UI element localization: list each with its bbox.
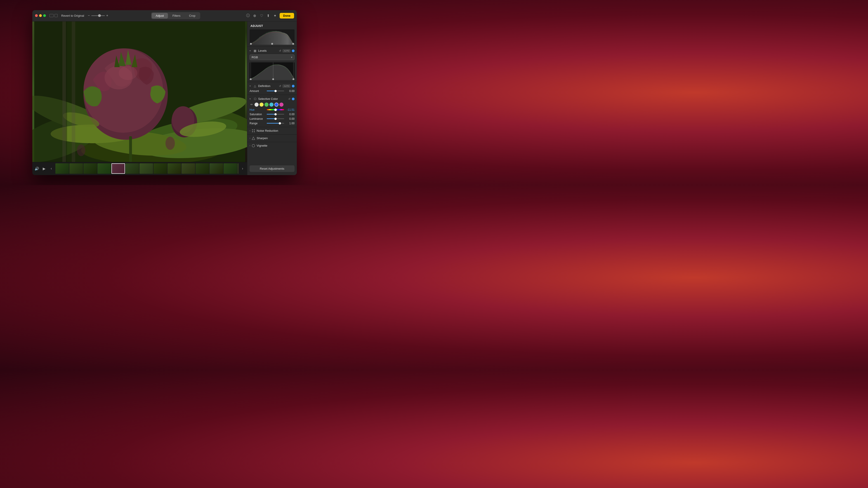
selective-color-icon: ⬡: [253, 97, 257, 101]
noise-reduction-header[interactable]: › Noise Reduction: [247, 127, 297, 134]
definition-active-indicator: [292, 85, 294, 88]
swatch-white[interactable]: [254, 103, 258, 107]
view-toggle: [50, 14, 58, 17]
hue-thumb: [274, 108, 277, 111]
selective-color-section: ▾ ⬡ Selective Color ↺ ✏: [247, 95, 297, 127]
magic-wand-icon[interactable]: ✦: [273, 13, 277, 18]
levels-reset-icon[interactable]: ↺: [279, 49, 281, 53]
vignette-chevron-icon: ›: [250, 144, 250, 147]
luminance-slider[interactable]: [267, 119, 284, 119]
film-thumb-14[interactable]: [238, 163, 239, 174]
swatch-blue[interactable]: [274, 103, 278, 107]
definition-section: ▾ △ Definition ↺ AUTO Amount 0.00: [247, 82, 297, 95]
levels-title: Levels: [258, 49, 278, 53]
minimize-button[interactable]: [39, 14, 42, 17]
saturation-slider[interactable]: [267, 114, 284, 115]
saturation-row: Saturation 0.00: [247, 112, 297, 117]
selective-color-title: Selective Color: [258, 97, 287, 101]
definition-chevron-icon: ▾: [250, 85, 252, 87]
tab-crop[interactable]: Crop: [185, 13, 199, 19]
sharpen-title: Sharpen: [256, 136, 268, 140]
zoom-plus-icon[interactable]: +: [106, 13, 108, 18]
audio-button[interactable]: 🔊: [34, 165, 40, 172]
film-thumb-3[interactable]: [84, 163, 97, 174]
definition-auto-badge[interactable]: AUTO: [283, 85, 290, 88]
more-options-icon[interactable]: ⊕: [252, 13, 257, 18]
swatch-yellow[interactable]: [259, 103, 264, 107]
levels-dropdown-row: RGB ▾: [247, 54, 297, 61]
levels-header[interactable]: ▾ ▦ Levels ↺ AUTO: [247, 48, 297, 54]
revert-button[interactable]: Revert to Original: [61, 14, 84, 18]
histogram-left-handle[interactable]: [250, 43, 252, 45]
tab-adjust[interactable]: Adjust: [152, 13, 168, 19]
film-thumb-12[interactable]: [210, 163, 223, 174]
range-value: 1.00: [285, 122, 294, 125]
film-thumb-9[interactable]: [167, 163, 181, 174]
zoom-slider[interactable]: [91, 15, 105, 16]
levels-histogram-svg: [250, 62, 294, 80]
film-thumb-5[interactable]: [112, 163, 125, 174]
maximize-button[interactable]: [43, 14, 46, 17]
levels-section: ▾ ▦ Levels ↺ AUTO RGB ▾: [247, 46, 297, 82]
photo-container[interactable]: [32, 22, 247, 162]
share-icon[interactable]: ⬆: [266, 13, 271, 18]
levels-auto-badge[interactable]: AUTO: [283, 49, 290, 53]
vignette-header[interactable]: › Vignette: [247, 142, 297, 149]
prev-button[interactable]: ‹: [48, 165, 55, 172]
range-thumb: [279, 122, 281, 125]
selective-color-reset-icon[interactable]: ↺: [288, 97, 290, 101]
sharpen-icon: [252, 136, 255, 140]
film-thumb-7[interactable]: [140, 163, 153, 174]
levels-channel-select[interactable]: RGB ▾: [250, 55, 294, 60]
photo-image: [32, 22, 247, 162]
selective-color-active-indicator: [292, 98, 294, 100]
play-button[interactable]: ▶: [41, 165, 47, 172]
svg-rect-22: [62, 22, 66, 162]
grid-view-icon[interactable]: [55, 14, 58, 17]
levels-icon: ▦: [253, 49, 257, 53]
film-thumb-6[interactable]: [125, 163, 139, 174]
film-thumb-11[interactable]: [195, 163, 209, 174]
reset-adjustments-button[interactable]: Reset Adjustments: [250, 165, 294, 172]
sharpen-header[interactable]: › Sharpen: [247, 135, 297, 142]
noise-reduction-chevron-icon: ›: [250, 129, 250, 132]
info-icon[interactable]: ⓘ: [246, 13, 250, 18]
film-thumb-4[interactable]: [97, 163, 111, 174]
film-thumb-10[interactable]: [182, 163, 195, 174]
film-thumb-13[interactable]: [223, 163, 237, 174]
definition-header[interactable]: ▾ △ Definition ↺ AUTO: [247, 84, 297, 89]
swatch-cyan[interactable]: [270, 103, 274, 107]
svg-marker-24: [250, 31, 294, 44]
svg-rect-21: [34, 22, 67, 162]
swatch-magenta[interactable]: [279, 103, 283, 107]
histogram-right-handle[interactable]: [292, 43, 294, 45]
close-button[interactable]: [35, 14, 38, 17]
vignette-section: › Vignette: [247, 142, 297, 149]
hue-label: Hue: [250, 108, 266, 111]
heart-icon[interactable]: ♡: [259, 13, 264, 18]
film-thumb-8[interactable]: [153, 163, 167, 174]
toolbar-right: ⓘ ⊕ ♡ ⬆ ✦ Done: [246, 13, 294, 19]
definition-amount-slider[interactable]: [267, 91, 284, 91]
histogram-svg: [250, 29, 294, 45]
eyedropper-icon[interactable]: ✏: [250, 103, 254, 107]
range-slider[interactable]: [267, 123, 284, 124]
noise-reduction-title: Noise Reduction: [256, 129, 278, 132]
svg-rect-34: [254, 129, 255, 130]
zoom-minus-icon[interactable]: −: [88, 13, 90, 18]
film-thumb-1[interactable]: [55, 163, 69, 174]
swatch-green[interactable]: [265, 103, 269, 107]
next-button[interactable]: ›: [239, 165, 246, 172]
done-button[interactable]: Done: [280, 13, 294, 19]
luminance-row: Luminance 0.00: [247, 117, 297, 121]
hue-slider[interactable]: [267, 109, 284, 110]
histogram-center-handle[interactable]: [271, 43, 273, 45]
definition-icon: △: [253, 84, 257, 88]
definition-reset-icon[interactable]: ↺: [279, 85, 281, 88]
color-swatches-row: ✏: [247, 102, 297, 107]
selective-color-header[interactable]: ▾ ⬡ Selective Color ↺: [247, 96, 297, 102]
film-thumb-2[interactable]: [69, 163, 83, 174]
luminance-value: 0.00: [285, 117, 294, 121]
tab-filters[interactable]: Filters: [168, 13, 184, 19]
single-view-icon[interactable]: [50, 14, 54, 17]
